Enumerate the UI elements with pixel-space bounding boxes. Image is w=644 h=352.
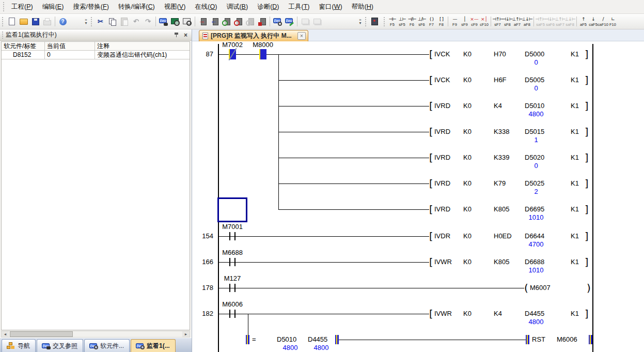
operand[interactable]: K4 [494,102,502,110]
tab-close-icon[interactable]: × [297,32,306,40]
save-icon[interactable] [29,16,41,28]
cut-icon[interactable]: ✂ [95,16,106,28]
pin-icon[interactable] [174,31,182,39]
rising-pulse-branch-button[interactable]: ⊥↑⊢aF7 [512,14,522,28]
instruction-IVRD[interactable]: IVRD [434,102,450,110]
operand[interactable]: K0 [463,50,472,58]
panel-tab-2[interactable]: Dev交叉参照 [37,339,83,352]
contact-M8000[interactable] [259,49,266,59]
operand[interactable]: K805 [494,205,509,213]
operand[interactable]: D5025 [525,179,544,188]
rising-pulse-close-branch-button[interactable]: ⊥↑⊢saF7 [555,14,565,28]
contact-coil-find-icon[interactable] [181,16,193,28]
operand[interactable]: K0 [463,102,472,110]
operand[interactable]: D4455 [308,335,327,344]
operand[interactable]: K0 [463,76,472,84]
menu-item-b[interactable]: 调试(B) [222,1,253,13]
operand[interactable]: K0 [463,310,472,318]
operand[interactable]: K0 [463,258,472,266]
instruction-RST[interactable] [526,335,529,344]
menu-item-d[interactable]: 诊断(D) [253,1,284,13]
operand[interactable]: K1 [571,154,579,162]
rising-pulse-button[interactable]: ⊣↑⊢sF7 [493,14,502,28]
horizontal-scrollbar[interactable]: ◄ ► [1,331,190,338]
help-icon[interactable] [57,16,69,28]
instruction-IVDR[interactable]: IVDR [434,232,450,240]
menu-item-h[interactable]: 帮助(H) [347,1,378,13]
delete-horizontal-line-button[interactable]: ×—cF9 [469,14,479,28]
coil-M6007[interactable]: M6007 [530,284,551,292]
operand[interactable]: D6688 [525,258,544,266]
vertical-line-button[interactable]: │sF9 [460,14,469,28]
compare-contact[interactable] [246,335,249,344]
operand[interactable]: K79 [494,179,506,188]
menu-item-v[interactable]: 视图(V) [160,1,191,13]
monitor-stop-icon[interactable] [232,16,244,28]
panel-tab-3[interactable]: Dev软元件... [84,339,130,352]
operand[interactable]: H6F [494,76,507,84]
menu-item-p[interactable]: 工程(P) [7,1,38,13]
monitor-write-icon[interactable] [256,16,268,28]
operand[interactable]: D5005 [525,76,544,84]
open-project-icon[interactable] [18,16,29,28]
redo-icon[interactable]: ↷ [142,16,154,28]
panel-tab-4[interactable]: Dev监看1(... [131,339,176,352]
operand[interactable]: D5015 [525,128,544,136]
window-cascade-icon[interactable] [311,16,323,28]
toolbar-gripper[interactable] [90,17,93,26]
operand[interactable]: K339 [494,154,509,162]
operand[interactable]: D6695 [525,205,544,213]
contact-M127[interactable] [229,284,230,292]
instruction-IVWR[interactable]: IVWR [434,258,452,266]
operand[interactable]: D4455 [525,310,544,318]
column-header-comment[interactable]: 注释 [95,42,190,51]
print-icon[interactable] [41,16,53,28]
operand[interactable]: D5000 [525,50,544,58]
column-header-device[interactable]: 软元件/标签 [2,42,45,51]
instruction-IVRD[interactable]: IVRD [434,205,450,213]
contact-M7001[interactable] [229,232,230,240]
application-instruction-button[interactable]: [ ]F8 [436,14,446,28]
operand[interactable]: K0 [463,205,472,213]
falling-pulse-branch-button[interactable]: ⊥↓⊢aF8 [522,14,532,28]
operand[interactable]: K338 [494,128,509,136]
copy-icon[interactable] [106,16,118,28]
operand[interactable]: M6006 [557,335,577,344]
operand[interactable]: K1 [571,179,579,188]
toolbar-overflow-chevron-icon[interactable]: »▾ [357,16,363,28]
contact-M6006[interactable] [229,310,230,318]
menu-item-c[interactable]: 转换/编译(C) [114,1,160,13]
close-branch-button[interactable]: ⊥/⊢sF6 [417,14,427,28]
scrollbar-thumb[interactable] [10,331,73,337]
monitor-start-icon[interactable] [221,16,232,28]
undo-icon[interactable]: ↶ [130,16,142,28]
device-watch-icon[interactable]: Dev [272,16,284,28]
menu-gripper[interactable] [3,2,5,11]
toolbar-overflow-chevron-icon[interactable]: »▾ [83,16,89,28]
coil-button[interactable]: ( )F7 [427,14,436,28]
toolbar-gripper[interactable] [2,17,4,26]
panel-tab-1[interactable]: 导航 [2,339,36,352]
new-file-icon[interactable] [6,16,18,28]
operand[interactable]: K1 [571,102,579,110]
operand[interactable]: K1 [571,232,579,240]
write-to-plc-icon[interactable] [197,16,209,28]
menu-item-e[interactable]: 编辑(E) [38,1,69,13]
menu-item-w[interactable]: 窗口(W) [314,1,347,13]
open-contact-button[interactable]: ⊣⊢F5 [387,14,397,28]
operand[interactable]: H70 [494,50,506,58]
operand[interactable]: K1 [571,128,579,136]
operand[interactable]: D5010 [277,335,296,344]
operand[interactable]: K4 [494,310,502,318]
device-test-icon[interactable]: Dev [284,16,295,28]
result-falling-pulse-button[interactable]: ↓caF5 [588,14,598,28]
result-rising-pulse-button[interactable]: ↑aF5 [578,14,588,28]
operand[interactable]: K1 [571,205,579,213]
operand[interactable]: K0 [463,128,472,136]
operand[interactable]: K805 [494,258,509,266]
falling-pulse-close-branch-button[interactable]: ⊥↓⊢saF8 [565,14,575,28]
menu-item-f[interactable]: 搜索/替换(F) [68,1,113,13]
column-header-value[interactable]: 当前值 [45,42,95,51]
operand[interactable]: D6644 [525,232,544,240]
close-icon[interactable]: × [182,31,190,39]
